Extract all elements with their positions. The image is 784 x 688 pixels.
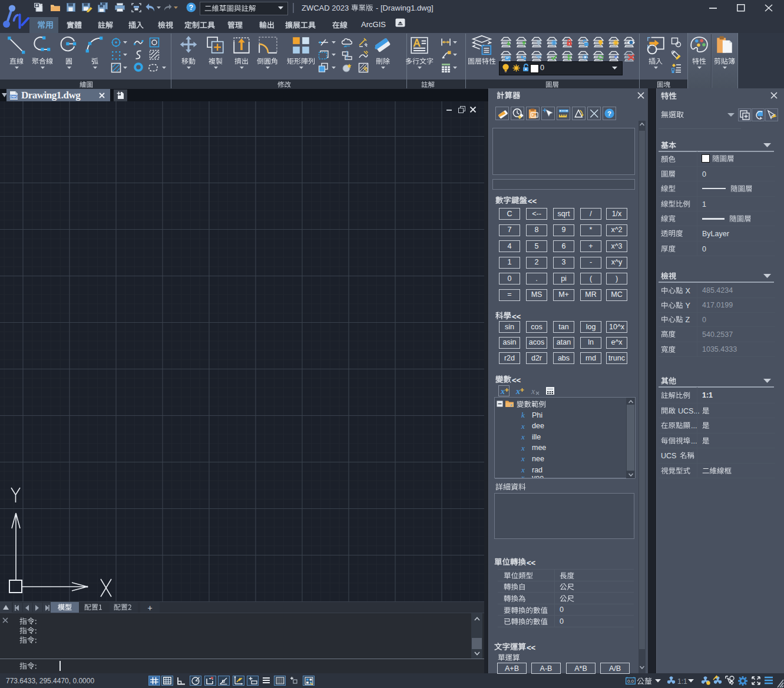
svg-text:?: ? [189,4,193,12]
svg-text:k: k [521,411,525,418]
svg-text:x: x [521,466,525,473]
svg-text:x: x [500,387,505,396]
svg-text:x: x [515,387,520,396]
svg-text:x: x [510,402,512,408]
svg-text:x: x [521,455,525,462]
svg-text:x: x [521,444,525,451]
svg-text:0.0: 0.0 [627,679,634,684]
svg-text:x: x [531,387,535,396]
svg-text:x: x [521,433,525,440]
svg-text:?: ? [607,110,611,117]
svg-text:DWG: DWG [10,95,18,98]
svg-text:x: x [521,422,525,429]
